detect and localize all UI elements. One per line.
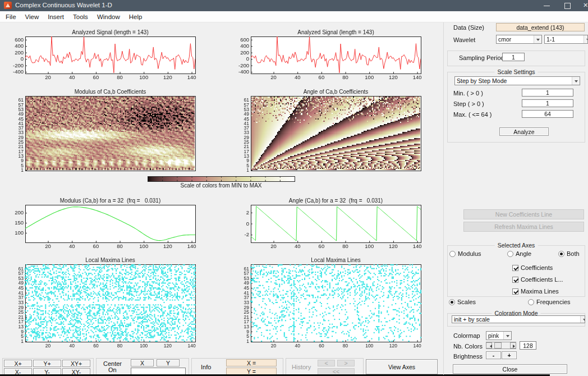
checkbox-coefficients-line-label: Coefficients L...	[521, 276, 563, 283]
center-y-button[interactable]: Y	[157, 359, 180, 366]
sampling-period-input[interactable]: 1	[502, 53, 525, 61]
minimize-icon[interactable]	[544, 6, 550, 6]
menu-insert[interactable]: Insert	[43, 11, 68, 22]
scale-settings-title: Scale Settings	[494, 68, 538, 75]
zoom-x-plus-button[interactable]: X+	[4, 360, 32, 367]
colormap-dropdown[interactable]: pink	[486, 331, 512, 340]
slider-right-arrow-icon[interactable]	[510, 342, 516, 349]
history-label: History	[292, 364, 311, 370]
chevron-down-icon[interactable]	[534, 35, 541, 43]
chevron-down-icon[interactable]	[584, 35, 588, 43]
scale-mode-value: Step by Step Mode	[457, 77, 507, 84]
colormap-value: pink	[488, 332, 499, 339]
radio-scales-label: Scales	[457, 299, 476, 305]
close-icon[interactable]: ✕	[583, 2, 588, 10]
radio-frequencies[interactable]	[528, 299, 534, 305]
info-x-field: X =	[226, 359, 277, 366]
title-bar: Complex Continuous Wavelet 1-D ✕	[0, 0, 588, 11]
data-size-label: Data (Size)	[453, 24, 484, 31]
matlab-icon	[4, 2, 12, 9]
wavelet-family-dropdown[interactable]: cmor	[496, 35, 542, 44]
wavelet-family-value: cmor	[498, 36, 511, 43]
history-prev-button[interactable]: <	[318, 360, 335, 366]
step-input[interactable]: 1	[522, 99, 573, 107]
scale-mode-dropdown[interactable]: Step by Step Mode	[454, 76, 580, 85]
close-button[interactable]: Close	[453, 364, 567, 374]
radio-modulus[interactable]	[449, 251, 456, 257]
coloration-mode-value: init + by scale	[454, 316, 490, 323]
nb-colors-slider[interactable]	[486, 342, 516, 349]
menu-help[interactable]: Help	[125, 11, 147, 22]
radio-both-label: Both	[567, 250, 580, 257]
panel-separator	[443, 22, 444, 375]
slider-left-arrow-icon[interactable]	[486, 342, 492, 349]
menu-file[interactable]: File	[1, 11, 21, 22]
brightness-plus-button[interactable]: +	[502, 351, 517, 359]
checkbox-coefficients-line[interactable]	[512, 277, 518, 283]
info-label: Info	[201, 364, 211, 370]
slider-thumb[interactable]	[494, 342, 502, 349]
wavelet-param-dropdown[interactable]: 1-1	[544, 35, 588, 44]
max-label: Max. ( <= 64 )	[453, 111, 491, 118]
new-coefficients-line-button[interactable]: New Coefficients Line	[463, 209, 584, 219]
brightness-minus-button[interactable]: -	[486, 351, 501, 359]
center-x-button[interactable]: X	[131, 359, 154, 366]
chevron-down-icon[interactable]	[503, 332, 511, 340]
radio-angle-label: Angle	[516, 250, 531, 257]
sampling-period-label: Sampling Period	[459, 54, 504, 61]
menu-tools[interactable]: Tools	[68, 11, 93, 22]
checkbox-maxima-lines-label: Maxima Lines	[521, 288, 559, 295]
menu-view[interactable]: View	[21, 11, 44, 22]
menu-bar: File View Insert Tools Window Help	[0, 11, 588, 22]
radio-modulus-label: Modulus	[458, 250, 481, 257]
chevron-down-icon[interactable]	[572, 77, 580, 85]
coloration-mode-dropdown[interactable]: init + by scale	[452, 315, 585, 323]
zoom-y-plus-button[interactable]: Y+	[33, 360, 61, 367]
min-input[interactable]: 1	[522, 89, 573, 97]
analyze-button[interactable]: Analyze	[499, 127, 549, 136]
nb-colors-label: Nb. Colors	[453, 343, 483, 350]
radio-scales[interactable]	[449, 299, 455, 305]
step-label: Step ( > 0 )	[453, 100, 484, 107]
maximize-icon[interactable]	[564, 3, 571, 9]
wavelet-label: Wavelet	[453, 36, 475, 43]
nb-colors-input[interactable]: 128	[520, 341, 536, 350]
menu-window[interactable]: Window	[93, 11, 125, 22]
colormap-label: Colormap	[453, 332, 480, 339]
zoom-xy-plus-button[interactable]: XY+	[62, 360, 90, 367]
radio-angle[interactable]	[507, 251, 513, 257]
min-label: Min. ( > 0 )	[453, 90, 483, 97]
radio-both[interactable]	[558, 251, 564, 257]
refresh-maxima-lines-button[interactable]: Refresh Maxima Lines	[463, 222, 584, 232]
chevron-down-icon[interactable]	[580, 316, 585, 323]
view-axes-button[interactable]: View Axes	[366, 359, 438, 374]
data-name-field: data_extend (143)	[496, 23, 585, 31]
checkbox-maxima-lines[interactable]	[512, 288, 518, 295]
radio-frequencies-label: Frequencies	[536, 299, 571, 305]
brightness-label: Brightness	[453, 353, 483, 360]
selected-axes-title: Selected Axes	[495, 242, 538, 249]
center-on-label-line2: On	[108, 366, 117, 373]
max-input[interactable]: 64	[522, 110, 573, 118]
window-title: Complex Continuous Wavelet 1-D	[15, 2, 112, 8]
checkbox-coefficients[interactable]	[512, 265, 518, 271]
checkbox-coefficients-label: Coefficients	[521, 264, 553, 271]
history-next-button[interactable]: >	[337, 360, 355, 366]
app-window: Complex Continuous Wavelet 1-D ✕ File Vi…	[0, 0, 588, 376]
wavelet-param-value: 1-1	[546, 36, 555, 43]
